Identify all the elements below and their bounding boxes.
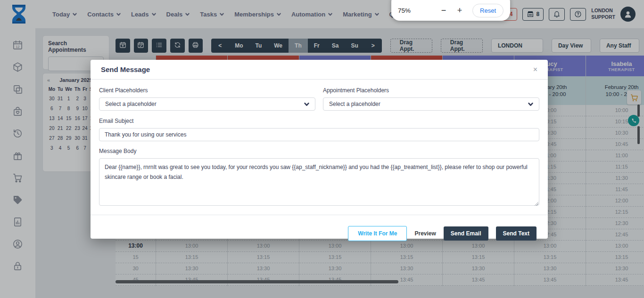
- email-subject-input[interactable]: [99, 128, 539, 141]
- message-body-textarea[interactable]: Dear {{name}}, rnrnIt was great to see y…: [99, 158, 539, 206]
- chevron-down-icon: [528, 102, 533, 107]
- zoom-level: 75%: [398, 7, 411, 14]
- send-message-modal: Send Message × Client Placeholders Selec…: [91, 60, 548, 239]
- browser-zoom-popup: 75% − + Reset: [391, 0, 510, 21]
- zoom-in-button[interactable]: +: [453, 6, 467, 16]
- client-placeholders-select[interactable]: Select a placeholder: [99, 97, 315, 111]
- appointment-placeholders-label: Appointment Placeholders: [323, 87, 539, 94]
- zoom-reset-button[interactable]: Reset: [472, 4, 504, 17]
- modal-title: Send Message: [101, 65, 150, 73]
- write-it-for-me-button[interactable]: Write It For Me: [348, 226, 407, 241]
- zoom-out-button[interactable]: −: [437, 6, 451, 16]
- send-email-button[interactable]: Send Email: [444, 226, 488, 241]
- appointment-placeholders-select[interactable]: Select a placeholder: [323, 97, 539, 111]
- message-body-label: Message Body: [99, 148, 539, 154]
- client-placeholders-label: Client Placeholders: [99, 87, 315, 94]
- preview-button[interactable]: Preview: [414, 230, 436, 237]
- chevron-down-icon: [304, 102, 309, 107]
- send-text-button[interactable]: Send Text: [496, 226, 537, 241]
- email-subject-label: Email Subject: [99, 118, 539, 124]
- resize-handle[interactable]: [534, 201, 538, 206]
- close-icon[interactable]: ×: [533, 65, 537, 74]
